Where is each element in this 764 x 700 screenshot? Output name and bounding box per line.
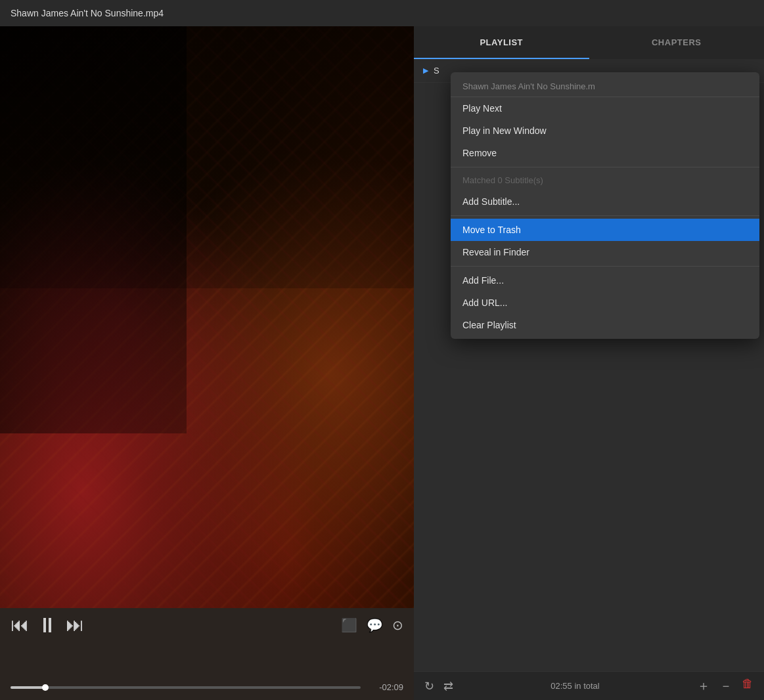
add-button[interactable]: ＋ <box>697 677 710 695</box>
progress-fill <box>11 686 45 689</box>
repeat-icon[interactable]: ↻ <box>424 679 434 693</box>
context-menu-separator-3 <box>451 266 759 267</box>
context-menu-separator-2 <box>451 215 759 216</box>
context-menu-play-next[interactable]: Play Next <box>451 97 759 120</box>
status-left: ↻ ⇄ <box>424 679 453 693</box>
title-bar: Shawn James Ain't No Sunshine.mp4 <box>0 0 764 26</box>
tab-chapters[interactable]: CHAPTERS <box>589 26 765 59</box>
context-menu-reveal-finder[interactable]: Reveal in Finder <box>451 241 759 263</box>
window-title: Shawn James Ain't No Sunshine.mp4 <box>11 8 164 18</box>
total-time: 02:55 in total <box>551 681 599 691</box>
video-area <box>0 26 414 608</box>
remove-button[interactable]: － <box>719 677 732 695</box>
now-playing-icon: ▶ <box>423 66 428 75</box>
more-button[interactable]: ⊙ <box>392 617 403 633</box>
status-right: ＋ － 🗑 <box>697 677 753 695</box>
context-menu-remove[interactable]: Remove <box>451 142 759 164</box>
tabs-row: PLAYLIST CHAPTERS <box>414 26 764 59</box>
progress-thumb <box>42 684 49 691</box>
context-menu: Shawn James Ain't No Sunshine.m Play Nex… <box>451 72 759 339</box>
silhouette <box>0 26 187 433</box>
context-menu-add-url[interactable]: Add URL... <box>451 292 759 314</box>
transport-buttons: ⏮ ⏸ ⏭ <box>11 615 84 636</box>
context-menu-separator-1 <box>451 167 759 167</box>
context-menu-add-subtitle[interactable]: Add Subtitle... <box>451 190 759 213</box>
context-menu-move-to-trash[interactable]: Move to Trash <box>451 219 759 241</box>
context-menu-header: Shawn James Ain't No Sunshine.m <box>451 75 759 97</box>
pause-button[interactable]: ⏸ <box>37 615 58 636</box>
context-menu-play-new-window[interactable]: Play in New Window <box>451 120 759 142</box>
subtitles-button[interactable]: ⬛ <box>341 617 357 633</box>
playlist-item-name: S <box>434 66 439 76</box>
main-layout: ⏮ ⏸ ⏭ ⬛ 💬 ⊙ -02:09 <box>0 26 764 700</box>
progress-bar[interactable] <box>11 686 361 689</box>
progress-row: -02:09 <box>11 682 403 692</box>
status-bar: ↻ ⇄ 02:55 in total ＋ － 🗑 <box>414 671 764 700</box>
trash-button[interactable]: 🗑 <box>742 677 753 695</box>
controls-area: ⏮ ⏸ ⏭ ⬛ 💬 ⊙ -02:09 <box>0 608 414 700</box>
skip-forward-button[interactable]: ⏭ <box>66 616 84 634</box>
skip-back-button[interactable]: ⏮ <box>11 616 29 634</box>
transport-row: ⏮ ⏸ ⏭ ⬛ 💬 ⊙ <box>11 615 403 636</box>
right-panel: PLAYLIST CHAPTERS ▶ S Shawn James Ain't … <box>414 26 764 700</box>
context-menu-clear-playlist[interactable]: Clear Playlist <box>451 314 759 336</box>
tab-playlist[interactable]: PLAYLIST <box>414 26 589 59</box>
video-panel: ⏮ ⏸ ⏭ ⬛ 💬 ⊙ -02:09 <box>0 26 414 700</box>
extra-buttons: ⬛ 💬 ⊙ <box>341 617 403 633</box>
context-menu-add-file[interactable]: Add File... <box>451 269 759 292</box>
playlist-area: ▶ S Shawn James Ain't No Sunshine.m Play… <box>414 59 764 671</box>
time-remaining: -02:09 <box>367 682 403 692</box>
context-menu-matched-subtitles: Matched 0 Subtitle(s) <box>451 170 759 190</box>
shuffle-icon[interactable]: ⇄ <box>443 679 453 693</box>
chapters-button[interactable]: 💬 <box>367 617 383 633</box>
